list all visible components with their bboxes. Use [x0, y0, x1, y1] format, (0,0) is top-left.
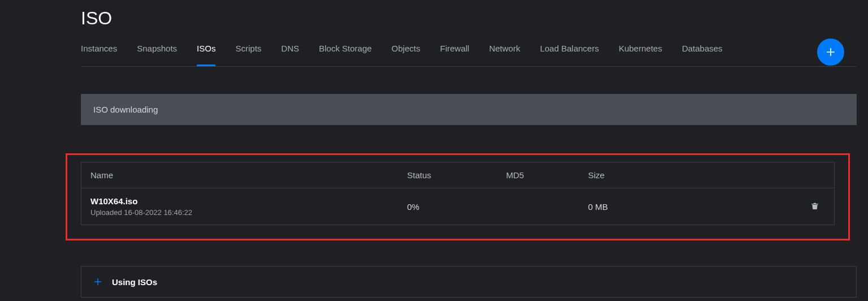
tab-objects[interactable]: Objects: [391, 40, 420, 66]
page-title: ISO: [81, 0, 857, 40]
tab-isos[interactable]: ISOs: [197, 40, 215, 66]
plus-icon: [93, 277, 103, 287]
col-header-status: Status: [407, 170, 506, 180]
nav-bar: Instances Snapshots ISOs Scripts DNS Blo…: [81, 40, 857, 67]
plus-icon: [825, 46, 836, 58]
tab-snapshots[interactable]: Snapshots: [137, 40, 177, 66]
tab-firewall[interactable]: Firewall: [440, 40, 469, 66]
file-meta: Uploaded 16-08-2022 16:46:22: [90, 208, 407, 217]
size-value: 0 MB: [588, 202, 727, 212]
using-isos-label: Using ISOs: [112, 277, 157, 287]
file-name: W10X64.iso: [90, 196, 407, 206]
tab-network[interactable]: Network: [489, 40, 520, 66]
tab-block-storage[interactable]: Block Storage: [319, 40, 372, 66]
col-header-name: Name: [90, 170, 407, 180]
table-row: W10X64.iso Uploaded 16-08-2022 16:46:22 …: [81, 188, 834, 225]
tab-load-balancers[interactable]: Load Balancers: [540, 40, 599, 66]
delete-button[interactable]: [810, 201, 819, 211]
highlight-box: Name Status MD5 Size W10X64.iso Uploaded…: [66, 153, 850, 240]
iso-table: Name Status MD5 Size W10X64.iso Uploaded…: [81, 162, 835, 225]
status-value: 0%: [407, 202, 506, 212]
col-header-size: Size: [588, 170, 727, 180]
add-button[interactable]: [817, 38, 844, 66]
table-header: Name Status MD5 Size: [81, 162, 834, 188]
notice-banner: ISO downloading: [81, 94, 857, 125]
tab-kubernetes[interactable]: Kubernetes: [619, 40, 662, 66]
tab-databases[interactable]: Databases: [682, 40, 723, 66]
using-isos-panel[interactable]: Using ISOs: [81, 266, 857, 298]
tab-dns[interactable]: DNS: [281, 40, 299, 66]
tab-instances[interactable]: Instances: [81, 40, 117, 66]
col-header-md5: MD5: [506, 170, 588, 180]
trash-icon: [810, 201, 819, 211]
tab-scripts[interactable]: Scripts: [235, 40, 261, 66]
expand-icon-wrapper: [93, 277, 103, 287]
